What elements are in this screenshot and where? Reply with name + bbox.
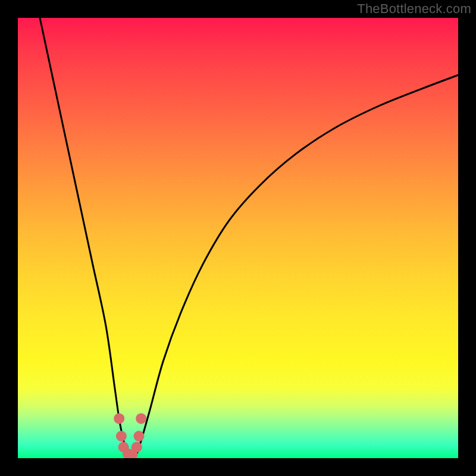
bottleneck-curve xyxy=(40,18,458,456)
curve-layer xyxy=(18,18,458,458)
curve-marker xyxy=(131,442,142,453)
chart-frame: TheBottleneck.com xyxy=(0,0,476,476)
curve-marker xyxy=(114,413,124,424)
curve-marker xyxy=(136,413,146,424)
curve-marker xyxy=(134,431,145,441)
curve-marker xyxy=(116,431,127,441)
watermark-text: TheBottleneck.com xyxy=(357,1,471,17)
plot-area xyxy=(18,18,458,458)
